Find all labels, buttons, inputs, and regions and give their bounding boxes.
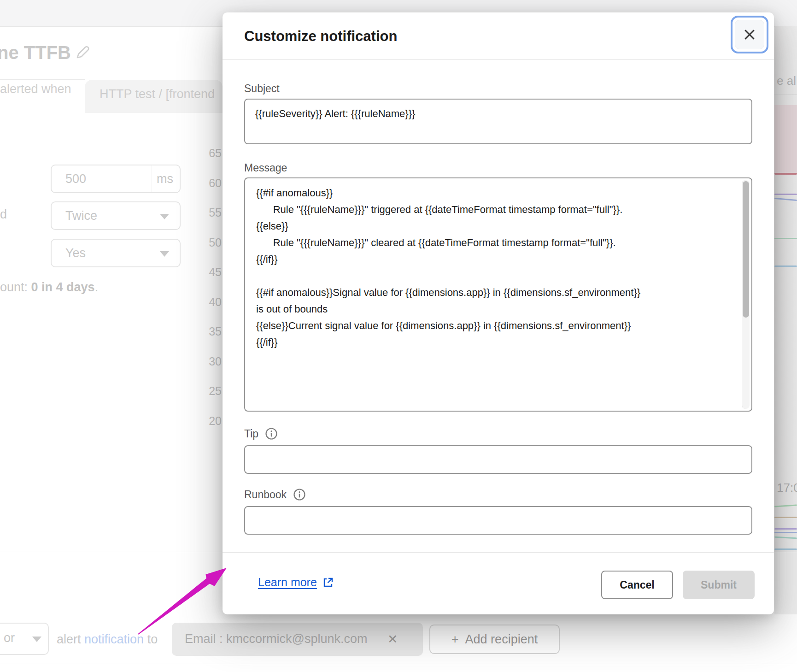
chevron-down-icon: [32, 637, 41, 642]
chart-line: [774, 194, 797, 195]
y-axis-tick: 65: [206, 147, 222, 160]
bottom-bar-border: [0, 664, 797, 664]
cancel-button[interactable]: Cancel: [601, 571, 673, 599]
edit-pencil-icon[interactable]: [74, 43, 91, 63]
tip-label: Tip: [244, 428, 258, 440]
chevron-down-icon: [160, 251, 169, 257]
add-recipient-label: Add recipient: [465, 632, 538, 647]
chart-alert-band: [774, 105, 797, 174]
chart-line: [774, 528, 797, 530]
y-axis-tick: 50: [206, 236, 222, 249]
y-axis-tick: 55: [206, 206, 222, 219]
chart-threshold-line: [774, 173, 797, 175]
info-icon[interactable]: [265, 427, 278, 440]
form-label-fragment: d: [0, 207, 7, 222]
alert-count-text: ount: 0 in 4 days.: [0, 280, 98, 295]
tab-http-test-label: HTTP test / [frontend: [100, 87, 215, 101]
tip-label-row: Tip: [244, 427, 278, 440]
annotation-arrow: [129, 559, 240, 642]
tip-input[interactable]: [244, 445, 752, 474]
runbook-label-row: Runbook: [244, 488, 306, 501]
dialog-header-divider: [223, 59, 774, 60]
add-recipient-button[interactable]: + Add recipient: [429, 625, 560, 654]
occurrence-select[interactable]: Twice: [51, 201, 181, 230]
y-axis-tick: 60: [206, 177, 222, 190]
chart-line: [774, 238, 797, 239]
plus-icon: +: [451, 632, 459, 647]
chart-line: [774, 517, 797, 518]
subject-input[interactable]: {{ruleSeverity}} Alert: {{{ruleName}}}: [244, 99, 752, 144]
severity-select-value: or: [4, 631, 15, 645]
tab-bar-divider: [0, 79, 85, 80]
threshold-unit: ms: [157, 172, 173, 186]
tab-fragment-right: e al: [777, 74, 796, 88]
external-link-icon: [322, 577, 334, 588]
severity-select[interactable]: or: [0, 623, 49, 655]
message-label: Message: [244, 162, 287, 174]
message-text: {{#if anomalous}} Rule "{{{ruleName}}}" …: [256, 185, 642, 351]
message-input[interactable]: {{#if anomalous}} Rule "{{{ruleName}}}" …: [244, 177, 752, 412]
chart-line: [774, 265, 797, 267]
close-button-face: [735, 20, 764, 49]
y-axis-tick: 35: [206, 325, 222, 338]
clear-select[interactable]: Yes: [51, 239, 181, 267]
submit-button[interactable]: Submit: [683, 571, 755, 599]
y-axis-tick: 45: [206, 265, 222, 279]
runbook-input[interactable]: [244, 506, 752, 535]
subject-label: Subject: [244, 83, 280, 95]
tab-fragment-alerted-when: alerted when: [0, 82, 71, 96]
message-scrollbar-track[interactable]: [742, 180, 750, 409]
close-icon: [742, 27, 757, 42]
dialog-footer-divider: [223, 552, 774, 553]
y-axis-tick: 25: [206, 384, 222, 398]
customize-notification-dialog: Customize notification Subject {{ruleSev…: [223, 12, 774, 614]
detector-title-fragment: ne TTFB: [0, 42, 71, 63]
tab-http-test[interactable]: HTTP test / [frontend: [85, 80, 223, 113]
right-panel-lower: [774, 552, 797, 614]
chart-gridline: [196, 107, 196, 552]
threshold-unit-divider: [152, 165, 152, 192]
runbook-label: Runbook: [244, 489, 287, 501]
close-button[interactable]: [731, 16, 768, 53]
dialog-title: Customize notification: [244, 28, 397, 45]
clear-select-value: Yes: [65, 246, 86, 260]
chart-bottom-border: [0, 552, 223, 552]
right-panel-divider: [774, 94, 797, 95]
threshold-value: 500: [65, 172, 86, 186]
chart-line: [774, 548, 797, 550]
screen: ne TTFB alerted when HTTP test / [fronte…: [0, 0, 797, 672]
message-scrollbar-thumb[interactable]: [743, 181, 749, 318]
y-axis-tick: 40: [206, 295, 222, 309]
info-icon[interactable]: [293, 488, 306, 501]
occurrence-select-value: Twice: [65, 209, 97, 223]
chart-line: [774, 532, 797, 533]
chevron-down-icon: [160, 214, 169, 219]
x-axis-time-label: 17:0: [777, 481, 797, 495]
threshold-input[interactable]: 500 ms: [51, 165, 181, 193]
learn-more-label: Learn more: [258, 576, 317, 589]
y-axis-tick: 30: [206, 355, 222, 368]
learn-more-link[interactable]: Learn more: [258, 576, 334, 589]
remove-recipient-icon[interactable]: ✕: [387, 632, 398, 647]
y-axis-tick: 20: [206, 414, 222, 428]
